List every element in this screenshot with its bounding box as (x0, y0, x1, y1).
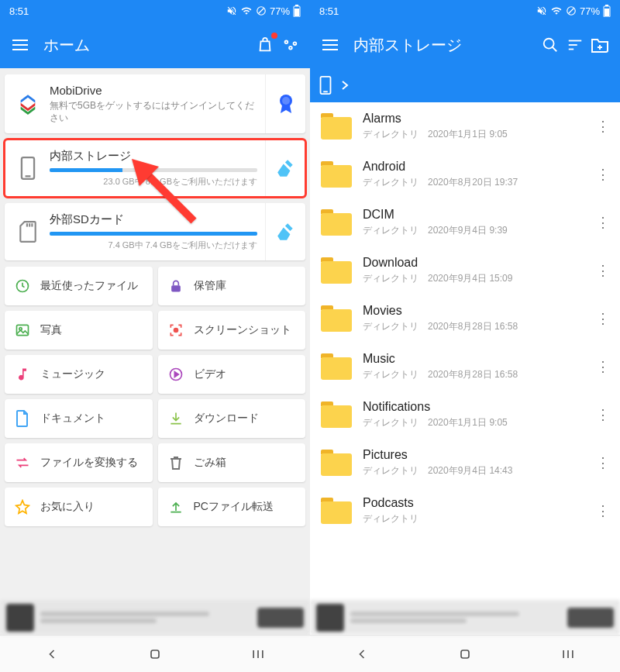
battery-icon (293, 5, 301, 17)
tile-pctransfer[interactable]: PCファイル転送 (158, 488, 306, 526)
list-item[interactable]: Podcasts ディレクトリ ⋮ (310, 487, 620, 535)
sd-sub: 7.4 GB中 7.4 GBをご利用いただけます (50, 240, 257, 251)
sd-bar (50, 232, 257, 236)
appbar-title: 内部ストレージ (353, 35, 538, 56)
list-item[interactable]: Notifications ディレクトリ 2020年1月1日 9:05 ⋮ (310, 391, 620, 439)
svg-line-28 (568, 9, 574, 14)
folder-icon (321, 498, 352, 524)
item-meta: ディレクトリ 2020年9月4日 15:09 (363, 272, 583, 285)
item-meta: ディレクトリ 2020年9月4日 14:43 (363, 464, 583, 477)
settings-button[interactable] (277, 33, 302, 57)
screenshot-icon (167, 322, 184, 339)
internal-storage-card[interactable]: 内部ストレージ 23.0 GB中 8.1 GBをご利用いただけます (5, 140, 305, 197)
tile-label: ドキュメント (40, 412, 105, 426)
svg-point-19 (174, 329, 177, 333)
more-button[interactable]: ⋮ (594, 358, 612, 375)
list-item[interactable]: Alarms ディレクトリ 2020年1月1日 9:05 ⋮ (310, 102, 620, 150)
svg-rect-16 (171, 286, 181, 292)
more-button[interactable]: ⋮ (594, 262, 612, 279)
clean-button-sd[interactable] (265, 203, 305, 260)
list-item[interactable]: Music ディレクトリ 2020年8月28日 16:58 ⋮ (310, 343, 620, 391)
music-icon (14, 366, 31, 383)
left-phone: 8:51 77% ホーム (0, 0, 310, 672)
item-meta: ディレクトリ 2020年8月28日 16:58 (363, 368, 583, 381)
bag-button[interactable] (253, 33, 277, 57)
status-icons: 77% (226, 5, 301, 17)
internal-title: 内部ストレージ (50, 149, 257, 164)
svg-point-7 (294, 42, 297, 45)
more-button[interactable]: ⋮ (594, 214, 612, 231)
tile-photo[interactable]: 写真 (5, 311, 153, 350)
more-button[interactable]: ⋮ (594, 454, 612, 471)
status-time: 8:51 (319, 5, 339, 17)
mobidrive-icon (12, 84, 43, 124)
tile-label: 最近使ったファイル (40, 279, 138, 293)
item-meta: ディレクトリ 2020年8月20日 19:37 (363, 176, 583, 189)
list-item[interactable]: Download ディレクトリ 2020年9月4日 15:09 ⋮ (310, 246, 620, 295)
svg-rect-21 (151, 650, 159, 658)
tile-document[interactable]: ドキュメント (5, 399, 153, 438)
home-button[interactable] (446, 643, 484, 665)
back-button[interactable] (33, 643, 71, 665)
list-item[interactable]: DCIM ディレクトリ 2020年9月4日 9:39 ⋮ (310, 198, 620, 246)
download-icon (167, 410, 184, 427)
tile-convert[interactable]: ファイルを変換する (5, 443, 153, 482)
list-item[interactable]: Movies ディレクトリ 2020年8月28日 16:58 ⋮ (310, 295, 620, 343)
recents-button[interactable] (239, 643, 277, 665)
tile-favorite[interactable]: お気に入り (5, 488, 153, 526)
folder-icon (321, 353, 352, 380)
more-button[interactable]: ⋮ (594, 502, 612, 519)
clean-button[interactable] (265, 140, 305, 197)
nav-bar (0, 635, 310, 672)
tile-trash[interactable]: ごみ箱 (158, 443, 306, 482)
appbar-title: ホーム (43, 35, 253, 56)
tile-label: ファイルを変換する (40, 456, 138, 470)
svg-rect-4 (294, 9, 299, 16)
recents-button[interactable] (549, 643, 587, 665)
folder-icon (321, 209, 352, 236)
tile-music[interactable]: ミュージック (5, 355, 153, 394)
tile-label: ビデオ (194, 367, 226, 381)
sd-card[interactable]: 外部SDカード 7.4 GB中 7.4 GBをご利用いただけます (5, 203, 305, 260)
wifi-icon (550, 5, 563, 16)
ad-banner[interactable] (310, 600, 620, 635)
folder-icon (321, 401, 352, 428)
status-time: 8:51 (9, 5, 29, 17)
sort-button[interactable] (563, 33, 587, 57)
tile-label: ごみ箱 (194, 456, 226, 470)
tile-video[interactable]: ビデオ (158, 355, 306, 394)
nav-bar (310, 635, 620, 672)
home-button[interactable] (136, 643, 174, 665)
tile-download[interactable]: ダウンロード (158, 399, 306, 438)
mobidrive-card[interactable]: MobiDrive 無料で5GBをゲットするにはサインインしてください (5, 74, 305, 133)
list-item[interactable]: Pictures ディレクトリ 2020年9月4日 14:43 ⋮ (310, 439, 620, 487)
item-meta: ディレクトリ 2020年1月1日 9:05 (363, 128, 583, 141)
breadcrumb[interactable] (310, 68, 620, 102)
more-button[interactable]: ⋮ (594, 118, 612, 135)
tile-recent[interactable]: 最近使ったファイル (5, 267, 153, 305)
item-meta: ディレクトリ 2020年8月28日 16:58 (363, 320, 583, 333)
svg-rect-31 (604, 9, 609, 16)
svg-rect-41 (461, 650, 469, 658)
more-button[interactable]: ⋮ (594, 406, 612, 423)
image-icon (14, 322, 31, 339)
item-name: Pictures (363, 448, 583, 462)
new-folder-button[interactable] (587, 33, 612, 57)
ad-banner[interactable] (0, 600, 310, 635)
svg-point-32 (544, 39, 554, 49)
folder-icon (321, 305, 352, 332)
appbar-right: 内部ストレージ (310, 22, 620, 68)
back-button[interactable] (343, 643, 381, 665)
more-button[interactable]: ⋮ (594, 166, 612, 183)
tile-screenshot[interactable]: スクリーンショット (158, 311, 306, 350)
svg-line-33 (553, 47, 557, 52)
search-button[interactable] (538, 33, 563, 57)
mobidrive-badge (265, 74, 305, 133)
more-button[interactable]: ⋮ (594, 310, 612, 327)
menu-button[interactable] (318, 33, 343, 57)
chevron-right-icon (341, 80, 349, 91)
menu-button[interactable] (8, 33, 33, 57)
tile-vault[interactable]: 保管庫 (158, 267, 306, 305)
list-item[interactable]: Android ディレクトリ 2020年8月20日 19:37 ⋮ (310, 150, 620, 198)
svg-rect-17 (17, 326, 29, 336)
